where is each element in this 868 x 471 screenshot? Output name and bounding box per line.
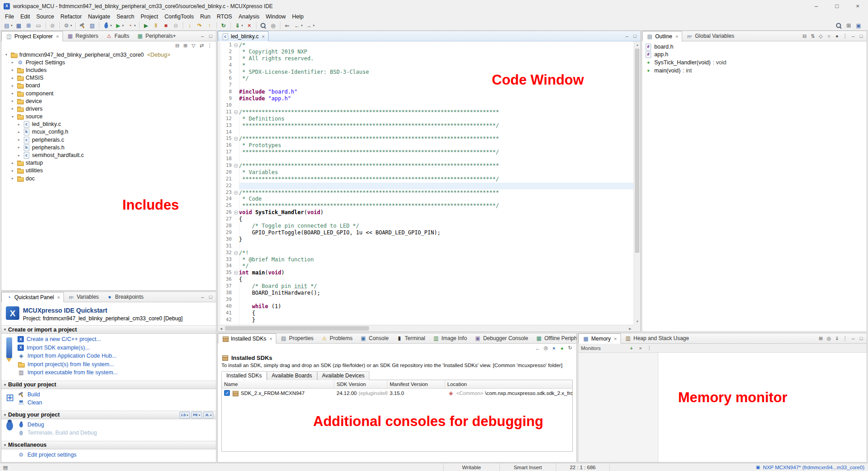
- debug-link[interactable]: Debug: [27, 422, 44, 428]
- new-source-file-button[interactable]: [88, 21, 97, 30]
- maximize-window-button[interactable]: □: [827, 0, 847, 12]
- expand-arrow-icon[interactable]: ▾: [10, 115, 15, 119]
- dropdown-arrow-icon[interactable]: ▾: [301, 24, 303, 27]
- debug-target-status[interactable]: NXP MCXN947* (frdmmcxn94...m33_core0): [756, 463, 864, 471]
- expand-arrow-icon[interactable]: ▸: [10, 68, 15, 72]
- menu-search[interactable]: Search: [113, 13, 138, 20]
- menu-window[interactable]: Window: [263, 13, 289, 20]
- menu-edit[interactable]: Edit: [17, 13, 33, 20]
- vertical-scroll-thumb[interactable]: [635, 49, 639, 253]
- fold-marker-icon[interactable]: −: [233, 271, 239, 275]
- outline-item-board-h[interactable]: board.h: [642, 43, 867, 51]
- quick-access-search-button[interactable]: [834, 21, 843, 30]
- inner-tab-installed-sdks[interactable]: Installed SDKs: [221, 371, 267, 380]
- jlink-debug-button[interactable]: JL▾: [203, 412, 213, 418]
- dropdown-arrow-icon[interactable]: ▾: [134, 24, 136, 27]
- tree-item-device[interactable]: ▸device: [1, 97, 216, 105]
- expand-all-icon[interactable]: ⊞: [182, 42, 189, 49]
- tab-properties[interactable]: Properties: [276, 333, 317, 343]
- dropdown-arrow-icon[interactable]: ▾: [122, 24, 124, 27]
- view-menu-icon[interactable]: ⋮: [206, 42, 213, 49]
- inner-tab-available-devices[interactable]: Available Devices: [317, 371, 370, 380]
- editor-horizontal-scrollbar[interactable]: [218, 325, 634, 332]
- close-tab-icon[interactable]: ×: [614, 336, 616, 341]
- gui-flash-tool-button[interactable]: ▾: [233, 21, 244, 30]
- minimize-view-icon[interactable]: –: [623, 32, 630, 40]
- skip-all-breakpoints-button[interactable]: [48, 21, 57, 30]
- column-header-sdk-version[interactable]: SDK Version: [334, 380, 387, 388]
- add-memory-monitor-icon[interactable]: +: [628, 345, 635, 352]
- tree-item-mcux-config-h[interactable]: ▸mcux_config.h: [1, 128, 216, 136]
- build-link[interactable]: Build: [27, 391, 40, 398]
- open-perspective-button[interactable]: [844, 21, 853, 30]
- editor-vertical-scrollbar[interactable]: [634, 41, 640, 325]
- scroll-down-icon[interactable]: [634, 318, 641, 325]
- disconnect-button[interactable]: [171, 21, 180, 30]
- tab-console[interactable]: Console: [356, 333, 392, 343]
- tab-heap-and-stack-usage[interactable]: Heap and Stack Usage: [621, 333, 693, 343]
- tree-item-startup[interactable]: ▸startup: [1, 159, 216, 167]
- collapse-arrow-icon[interactable]: ▾: [4, 413, 6, 417]
- menu-configtools[interactable]: ConfigTools: [161, 13, 197, 20]
- column-header-name[interactable]: Name: [222, 380, 334, 388]
- tree-item-led-blinky-c[interactable]: ▸led_blinky.c: [1, 121, 216, 128]
- save-all-button[interactable]: [24, 21, 33, 30]
- section-header-miscellaneous[interactable]: ▾Miscellaneous: [1, 441, 216, 449]
- tab-variables[interactable]: Variables: [64, 292, 102, 302]
- tree-item-cmsis[interactable]: ▸CMSIS: [1, 74, 216, 82]
- tree-item-peripherals-c[interactable]: ▸peripherals.c: [1, 136, 216, 144]
- import-project-s-from-file-system-link[interactable]: Import project(s) from file system...: [27, 361, 114, 368]
- expand-arrow-icon[interactable]: ▸: [10, 76, 15, 80]
- tab-registers[interactable]: Registers: [63, 31, 102, 41]
- expand-arrow-icon[interactable]: ▸: [10, 84, 15, 88]
- pin-view-icon[interactable]: ◎: [542, 345, 549, 352]
- horizontal-scroll-thumb[interactable]: [225, 326, 369, 331]
- view-menu-icon[interactable]: ⋮: [841, 335, 849, 342]
- minimize-view-icon[interactable]: –: [199, 32, 206, 40]
- outline-item-systick-handler-void[interactable]: SysTick_Handler(void) : void: [642, 58, 867, 67]
- pemicro-debug-button[interactable]: PE▾: [191, 412, 202, 418]
- maximize-view-icon[interactable]: □: [207, 293, 214, 301]
- collapse-all-icon[interactable]: ⊟: [801, 32, 808, 40]
- open-element-button[interactable]: [269, 21, 278, 30]
- save-button[interactable]: [14, 21, 23, 30]
- dropdown-arrow-icon[interactable]: ▾: [110, 24, 112, 27]
- sdk-checkbox[interactable]: [224, 390, 230, 396]
- print-button[interactable]: [34, 21, 43, 30]
- fold-marker-icon[interactable]: −: [233, 43, 239, 47]
- expand-arrow-icon[interactable]: ▸: [10, 99, 15, 103]
- fold-marker-icon[interactable]: −: [233, 110, 239, 114]
- menu-source[interactable]: Source: [33, 13, 58, 20]
- tab-installed-sdks[interactable]: Installed SDKs×: [218, 333, 276, 344]
- linkserver-debug-button[interactable]: LS▾: [180, 412, 190, 418]
- fold-marker-icon[interactable]: −: [233, 164, 239, 168]
- scroll-left-icon[interactable]: [218, 325, 225, 332]
- step-over-button[interactable]: [195, 21, 204, 30]
- sort-icon[interactable]: ⇅: [809, 32, 816, 40]
- tab-memory[interactable]: Memory×: [578, 333, 621, 344]
- launch-icon[interactable]: ●: [558, 345, 566, 352]
- section-header-debug-your-project[interactable]: ▾Debug your projectLS▾PE▾JL▾: [1, 411, 216, 419]
- tab-quickstart-panel[interactable]: Quickstart Panel×: [1, 292, 64, 302]
- fold-marker-icon[interactable]: −: [233, 211, 239, 215]
- terminate-button[interactable]: [162, 21, 171, 30]
- menu-help[interactable]: Help: [289, 13, 307, 20]
- expand-arrow-icon[interactable]: ▸: [10, 169, 15, 173]
- config-tools-button[interactable]: ▾: [62, 21, 73, 30]
- close-tab-icon[interactable]: ×: [270, 336, 272, 341]
- expand-arrow-icon[interactable]: ▸: [17, 145, 21, 149]
- fold-marker-icon[interactable]: −: [233, 137, 239, 141]
- expand-arrow-icon[interactable]: ▸: [10, 161, 15, 165]
- maximize-view-icon[interactable]: □: [207, 32, 214, 40]
- tree-item-semihost-hardfault-c[interactable]: ▸semihost_hardfault.c: [1, 151, 216, 159]
- tab-problems[interactable]: Problems: [317, 333, 356, 343]
- restart-button[interactable]: [219, 21, 228, 30]
- navigate-back-icon[interactable]: ←: [534, 345, 541, 352]
- tree-item-project-settings[interactable]: ▸Project Settings: [1, 58, 216, 66]
- column-header-manifest-version[interactable]: Manifest Version: [387, 380, 445, 388]
- maximize-view-icon[interactable]: □: [858, 32, 865, 40]
- expand-arrow-icon[interactable]: ▸: [17, 138, 21, 142]
- section-header-build-your-project[interactable]: ▾Build your project: [1, 381, 216, 389]
- section-header-create-or-import-a-project[interactable]: ▾Create or import a project: [1, 325, 216, 334]
- tab-breakpoints[interactable]: Breakpoints: [103, 292, 147, 302]
